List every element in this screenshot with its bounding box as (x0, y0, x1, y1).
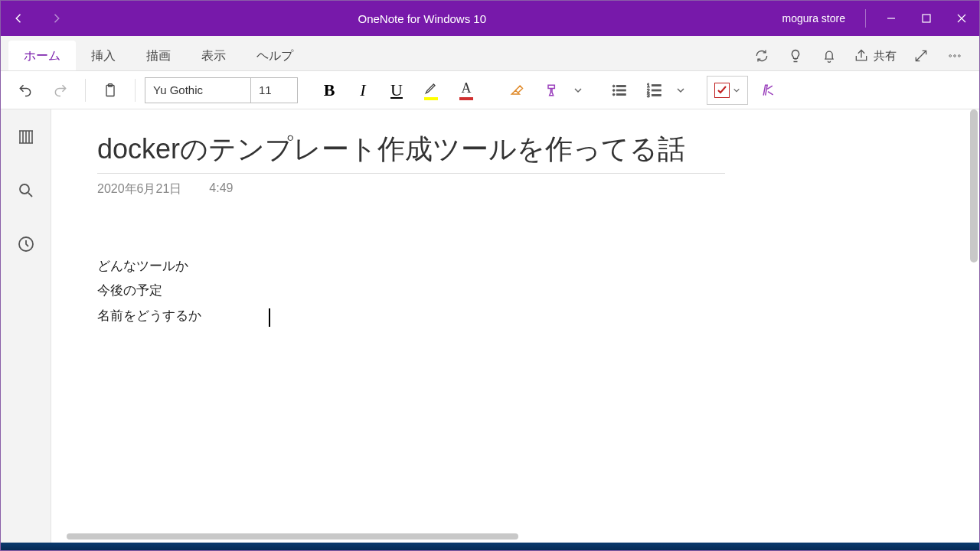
bold-button[interactable]: B (315, 75, 344, 106)
notebooks-icon[interactable] (11, 122, 41, 152)
clear-formatting-button[interactable] (501, 75, 532, 106)
account-name[interactable]: mogura store (770, 12, 858, 24)
svg-text:3: 3 (647, 93, 650, 98)
undo-button[interactable] (10, 75, 41, 106)
text-cursor (269, 308, 270, 327)
vertical-scrollbar[interactable] (970, 109, 978, 262)
highlight-swatch (424, 97, 438, 100)
list-dropdown[interactable] (675, 86, 687, 95)
page-time: 4:49 (209, 181, 233, 197)
recent-icon[interactable] (11, 229, 41, 259)
clipboard-button[interactable] (95, 75, 126, 106)
redo-button[interactable] (45, 75, 76, 106)
svg-point-3 (959, 55, 961, 57)
main-area: dockerのテンプレート作成ツールを作ってる話 2020年6月21日 4:49… (1, 109, 979, 543)
page-canvas[interactable]: dockerのテンプレート作成ツールを作ってる話 2020年6月21日 4:49… (51, 109, 979, 543)
more-icon[interactable] (938, 41, 972, 70)
font-name-input[interactable] (145, 78, 251, 103)
sync-icon[interactable] (745, 41, 779, 70)
share-label: 共有 (874, 49, 897, 64)
svg-rect-15 (652, 84, 661, 86)
svg-point-18 (20, 184, 29, 194)
font-color-button[interactable]: A (451, 75, 482, 106)
svg-rect-17 (652, 94, 661, 96)
svg-point-6 (612, 85, 615, 87)
fullscreen-icon[interactable] (904, 41, 938, 70)
italic-button[interactable]: I (348, 75, 377, 106)
body-line[interactable]: どんなツールか (97, 254, 933, 279)
svg-point-2 (954, 55, 956, 57)
font-size-input[interactable] (251, 78, 297, 103)
svg-point-1 (949, 55, 952, 57)
svg-rect-11 (616, 93, 626, 95)
underline-button[interactable]: U (382, 75, 411, 106)
maximize-button[interactable] (909, 1, 944, 36)
todo-tag-button[interactable] (707, 76, 748, 105)
bell-icon[interactable] (812, 41, 846, 70)
svg-rect-0 (923, 15, 930, 22)
body-line[interactable]: 名前をどうするか (97, 304, 933, 328)
svg-point-8 (612, 93, 615, 96)
title-bar: OneNote for Windows 10 mogura store (1, 1, 979, 36)
highlight-button[interactable] (416, 75, 446, 106)
format-painter-button[interactable] (537, 75, 567, 106)
ribbon-tabs: ホーム 挿入 描画 表示 ヘルプ 共有 (1, 36, 979, 71)
taskbar (1, 543, 979, 550)
styles-button[interactable] (753, 75, 783, 106)
tab-home[interactable]: ホーム (8, 41, 76, 70)
style-dropdown[interactable] (572, 86, 584, 95)
svg-point-7 (612, 89, 615, 91)
horizontal-scrollbar[interactable] (67, 533, 518, 540)
number-list-button[interactable]: 123 (639, 75, 670, 106)
page-title[interactable]: dockerのテンプレート作成ツールを作ってる話 (97, 128, 725, 174)
minimize-button[interactable] (874, 1, 909, 36)
bullet-list-button[interactable] (604, 75, 635, 106)
app-title: OneNote for Windows 10 (74, 12, 770, 25)
checkbox-icon (714, 83, 730, 98)
font-selector (145, 77, 298, 103)
ribbon-toolbar: B I U A 123 (1, 71, 979, 109)
page-date: 2020年6月21日 (97, 181, 181, 197)
tab-view[interactable]: 表示 (186, 41, 241, 70)
svg-rect-16 (652, 90, 661, 91)
share-button[interactable]: 共有 (846, 41, 904, 70)
page-meta: 2020年6月21日 4:49 (97, 181, 933, 197)
search-icon[interactable] (11, 175, 41, 206)
tab-draw[interactable]: 描画 (131, 41, 186, 70)
left-sidebar (1, 109, 51, 543)
body-line[interactable]: 今後の予定 (97, 279, 933, 303)
app-window: OneNote for Windows 10 mogura store ホーム … (0, 0, 980, 551)
tab-help[interactable]: ヘルプ (241, 41, 309, 70)
page-body[interactable]: どんなツールか 今後の予定 名前をどうするか (97, 254, 933, 328)
lightbulb-icon[interactable] (779, 41, 812, 70)
tab-insert[interactable]: 挿入 (76, 41, 131, 70)
close-button[interactable] (944, 1, 979, 36)
back-button[interactable] (1, 1, 38, 36)
divider (865, 9, 866, 28)
font-color-swatch (459, 97, 473, 100)
forward-button[interactable] (38, 1, 74, 36)
svg-rect-9 (616, 85, 626, 86)
svg-rect-10 (616, 90, 626, 91)
